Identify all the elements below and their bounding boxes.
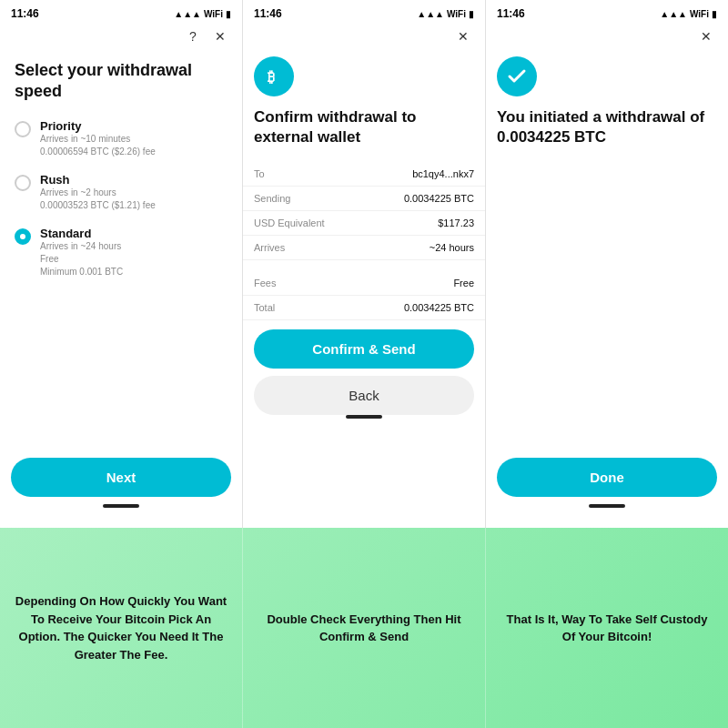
signal-icon-2: ▲▲▲ — [417, 9, 444, 19]
detail-label-usd: USD Equivalent — [254, 217, 325, 228]
next-button[interactable]: Next — [11, 458, 231, 497]
detail-value-sending: 0.0034225 BTC — [404, 193, 474, 204]
phone-header-1: ? ✕ — [0, 24, 242, 53]
status-bar-3: 11:46 ▲▲▲ WiFi ▮ — [486, 0, 728, 24]
option-sub2-priority: 0.00006594 BTC ($2.26) fee — [40, 146, 156, 158]
option-title-rush: Rush — [40, 173, 156, 187]
radio-standard[interactable] — [15, 228, 31, 245]
option-sub3-standard: Minimum 0.001 BTC — [40, 266, 123, 278]
success-title: You initiated a withdrawal of 0.0034225 … — [486, 107, 728, 147]
phone-footer-2: Confirm & Send Back — [243, 320, 485, 439]
success-spacer — [486, 147, 728, 449]
status-icons-2: ▲▲▲ WiFi ▮ — [417, 9, 474, 19]
option-text-standard: Standard Arrives in ~24 hours Free Minim… — [40, 227, 123, 278]
captions-section: Depending On How Quickly You Want To Rec… — [0, 528, 728, 728]
confirm-send-button[interactable]: Confirm & Send — [254, 329, 474, 369]
panel-withdrawal-speed: 11:46 ▲▲▲ WiFi ▮ ? ✕ Select your withdra… — [0, 0, 243, 528]
detail-spacer — [243, 260, 485, 271]
caption-text-1: Depending On How Quickly You Want To Rec… — [13, 592, 229, 663]
option-rush[interactable]: Rush Arrives in ~2 hours 0.00003523 BTC … — [15, 173, 228, 212]
wifi-icon-2: WiFi — [447, 9, 466, 19]
status-icons-1: ▲▲▲ WiFi ▮ — [174, 9, 231, 19]
option-sub2-rush: 0.00003523 BTC ($1.21) fee — [40, 199, 156, 212]
detail-label-to: To — [254, 168, 265, 179]
help-icon[interactable]: ? — [184, 27, 202, 46]
signal-icon-3: ▲▲▲ — [660, 9, 687, 19]
detail-value-usd: $117.23 — [438, 217, 474, 228]
battery-icon-3: ▮ — [712, 9, 717, 19]
close-icon-3[interactable]: ✕ — [697, 27, 715, 46]
phones-section: 11:46 ▲▲▲ WiFi ▮ ? ✕ Select your withdra… — [0, 0, 728, 528]
detail-to: To bc1qy4...nkx7 — [243, 162, 485, 187]
battery-icon-2: ▮ — [469, 9, 474, 19]
wifi-icon-1: WiFi — [204, 9, 223, 19]
status-time-2: 11:46 — [254, 7, 282, 20]
panel-title-1: Select your withdrawal speed — [15, 60, 228, 103]
home-indicator-2 — [346, 415, 382, 419]
caption-panel-1: Depending On How Quickly You Want To Rec… — [0, 528, 243, 728]
caption-text-2: Double Check Everything Then Hit Confirm… — [256, 611, 472, 646]
option-priority[interactable]: Priority Arrives in ~10 minutes 0.000065… — [15, 119, 228, 158]
detail-usd: USD Equivalent $117.23 — [243, 211, 485, 236]
option-title-standard: Standard — [40, 227, 123, 240]
check-svg — [506, 66, 528, 87]
bitcoin-icon: ₿ — [254, 56, 294, 96]
option-sub1-priority: Arrives in ~10 minutes — [40, 133, 156, 146]
option-sub2-standard: Free — [40, 253, 123, 266]
option-sub1-rush: Arrives in ~2 hours — [40, 187, 156, 199]
phone-footer-3: Done — [486, 449, 728, 528]
detail-sending: Sending 0.0034225 BTC — [243, 187, 485, 211]
svg-text:₿: ₿ — [268, 69, 275, 85]
check-icon — [497, 56, 537, 96]
status-time-1: 11:46 — [11, 7, 39, 20]
detail-label-sending: Sending — [254, 193, 290, 204]
wifi-icon-3: WiFi — [690, 9, 709, 19]
close-icon-2[interactable]: ✕ — [454, 27, 472, 46]
detail-value-arrives: ~24 hours — [430, 242, 474, 253]
signal-icon-1: ▲▲▲ — [174, 9, 201, 19]
detail-label-fees: Fees — [254, 278, 276, 288]
caption-text-3: That Is It, Way To Take Self Custody Of … — [499, 611, 715, 646]
bitcoin-svg: ₿ — [263, 66, 285, 87]
detail-label-arrives: Arrives — [254, 242, 285, 253]
option-sub1-standard: Arrives in ~24 hours — [40, 240, 123, 253]
caption-panel-2: Double Check Everything Then Hit Confirm… — [243, 528, 486, 728]
radio-priority[interactable] — [15, 121, 31, 137]
detail-value-fees: Free — [453, 278, 474, 288]
detail-arrives: Arrives ~24 hours — [243, 236, 485, 260]
back-button[interactable]: Back — [254, 376, 474, 415]
detail-value-total: 0.0034225 BTC — [404, 302, 474, 313]
detail-total: Total 0.0034225 BTC — [243, 296, 485, 320]
details-section: To bc1qy4...nkx7 Sending 0.0034225 BTC U… — [243, 162, 485, 320]
caption-panel-3: That Is It, Way To Take Self Custody Of … — [486, 528, 728, 728]
close-icon-1[interactable]: ✕ — [211, 27, 229, 46]
detail-label-total: Total — [254, 302, 275, 313]
status-bar-2: 11:46 ▲▲▲ WiFi ▮ — [243, 0, 485, 24]
phone-header-3: ✕ — [486, 24, 728, 53]
option-title-priority: Priority — [40, 119, 156, 133]
status-icons-3: ▲▲▲ WiFi ▮ — [660, 9, 717, 19]
home-indicator-3 — [589, 504, 625, 508]
option-text-rush: Rush Arrives in ~2 hours 0.00003523 BTC … — [40, 173, 156, 212]
detail-fees: Fees Free — [243, 271, 485, 296]
panel-confirm: 11:46 ▲▲▲ WiFi ▮ ✕ ₿ Confirm withdrawal … — [243, 0, 486, 528]
status-time-3: 11:46 — [497, 7, 525, 20]
panel-success: 11:46 ▲▲▲ WiFi ▮ ✕ You initiated a withd… — [486, 0, 728, 528]
battery-icon-1: ▮ — [226, 9, 231, 19]
phone-header-2: ✕ — [243, 24, 485, 53]
done-button[interactable]: Done — [497, 458, 717, 497]
confirm-title: Confirm withdrawal to external wallet — [243, 107, 485, 147]
status-bar-1: 11:46 ▲▲▲ WiFi ▮ — [0, 0, 242, 24]
panel-content-1: Select your withdrawal speed Priority Ar… — [0, 53, 242, 449]
option-standard[interactable]: Standard Arrives in ~24 hours Free Minim… — [15, 227, 228, 278]
option-text-priority: Priority Arrives in ~10 minutes 0.000065… — [40, 119, 156, 158]
home-indicator-1 — [103, 504, 139, 508]
radio-rush[interactable] — [15, 175, 31, 191]
detail-value-to: bc1qy4...nkx7 — [412, 168, 474, 179]
phone-footer-1: Next — [0, 449, 242, 528]
